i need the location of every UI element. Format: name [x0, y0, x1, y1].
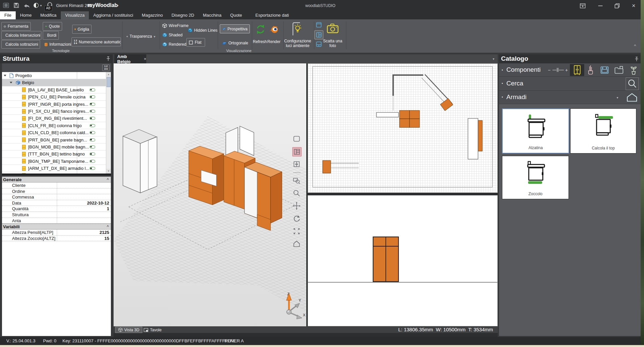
- griglia-button[interactable]: Griglia: [72, 25, 92, 34]
- tab-quote[interactable]: Quote: [226, 11, 246, 19]
- viewport-splitter-horizontal[interactable]: [308, 193, 498, 195]
- tree-item[interactable]: [PRT_INGR_BE] porta ingres...: [2, 101, 106, 108]
- tab-list-dropdown-icon[interactable]: ▾: [493, 57, 494, 61]
- tab-tavole[interactable]: Tavole: [141, 327, 164, 333]
- tab-macchina[interactable]: Macchina: [198, 11, 226, 19]
- filter-hardware-button[interactable]: [587, 65, 595, 75]
- calcola-intersezioni-button[interactable]: Calcola Intersezioni: [1, 31, 41, 40]
- close-button[interactable]: ×: [629, 1, 639, 10]
- visibility-toggle[interactable]: [90, 174, 95, 175]
- tree-item[interactable]: [ARM_LTT_DX_BE] armadio l...: [2, 165, 106, 172]
- axis-gizmo[interactable]: Z Y X: [282, 291, 308, 321]
- restore-button[interactable]: [612, 1, 622, 10]
- tree-item-progetto[interactable]: Progetto: [2, 72, 106, 79]
- visibility-toggle[interactable]: [90, 124, 95, 127]
- ribbon-display-options-button[interactable]: [578, 1, 588, 10]
- tab-home[interactable]: Home: [16, 11, 36, 19]
- quote-button[interactable]: Quote: [43, 22, 62, 31]
- app-dropdown-icon[interactable]: ▾: [117, 4, 119, 7]
- filter-appliances-button[interactable]: [600, 66, 609, 74]
- pin-icon[interactable]: [106, 56, 110, 61]
- section-componenti[interactable]: ▪ Componenti − +: [499, 63, 641, 77]
- property-value[interactable]: 2125: [57, 230, 109, 235]
- zoom-in-icon[interactable]: +: [565, 68, 568, 72]
- flat-button[interactable]: Flat: [186, 38, 205, 47]
- tab-file[interactable]: File: [0, 11, 16, 19]
- zoom-out-icon[interactable]: −: [548, 68, 550, 72]
- scroll-up-icon[interactable]: ▲: [106, 72, 111, 77]
- tree-item-belgio[interactable]: Belgio: [2, 79, 106, 86]
- visibility-toggle[interactable]: [90, 152, 95, 155]
- tab-esportazione-dati[interactable]: Esportazione dati: [251, 11, 293, 19]
- layout-single-button[interactable]: [316, 22, 322, 28]
- visibility-toggle[interactable]: [90, 145, 95, 148]
- viewport-3d[interactable]: [114, 63, 306, 326]
- close-icon[interactable]: ×: [144, 56, 146, 61]
- tab-vista-3d[interactable]: Vista 3D: [115, 327, 142, 333]
- filter-groups-button[interactable]: [614, 66, 624, 74]
- render-button[interactable]: [268, 24, 279, 35]
- document-tab[interactable]: Amb Belgio ×: [114, 54, 146, 63]
- bordi-button[interactable]: Bordi: [43, 31, 59, 40]
- section-armadi[interactable]: ▪ Armadi ▾: [499, 91, 641, 104]
- section-cerca[interactable]: ▪ Cerca: [499, 77, 641, 91]
- visibility-toggle[interactable]: [90, 110, 95, 113]
- chevron-down-icon[interactable]: [10, 82, 12, 83]
- rotate-tool[interactable]: [292, 214, 302, 224]
- section-header-variabili[interactable]: Variabili^: [2, 224, 111, 230]
- trasparenza-button[interactable]: Trasparenza ▾: [124, 32, 158, 41]
- shaded-button[interactable]: Shaded: [162, 33, 182, 37]
- contrast-dropdown-icon[interactable]: ▾: [40, 4, 42, 7]
- scatta-foto-button[interactable]: [327, 23, 339, 33]
- tab-modifica[interactable]: Modifica: [36, 11, 61, 19]
- scrollbar-thumb[interactable]: [107, 77, 111, 87]
- tree-item[interactable]: [TTT_BGN_BE] tettino bagno: [2, 150, 106, 157]
- filter-cabinets-button[interactable]: [570, 64, 584, 76]
- tab-visualizza[interactable]: Visualizza: [61, 11, 89, 19]
- tab-magazzino[interactable]: Magazzino: [138, 11, 167, 19]
- informazioni-button[interactable]: Informazioni: [42, 40, 73, 49]
- numerazione-automatica-button[interactable]: 1 23 4 Numerazione automatica: [71, 37, 121, 46]
- tree-item[interactable]: [ARM_LTT_BE] armadio letto: [2, 172, 106, 175]
- layout-horizontal-button[interactable]: [316, 41, 322, 47]
- cabinet-view-tool[interactable]: [292, 160, 302, 169]
- tree-scrollbar[interactable]: ▲ ▼: [106, 72, 111, 174]
- save-icon[interactable]: [13, 2, 19, 8]
- visibility-toggle[interactable]: [90, 88, 95, 91]
- property-value[interactable]: 15: [57, 236, 109, 241]
- ortogonale-button[interactable]: Ortogonale: [220, 39, 251, 47]
- tree-item[interactable]: [BGN_MOB_BE] mobile bagn...: [2, 143, 106, 150]
- pin-icon[interactable]: [635, 57, 639, 62]
- property-value[interactable]: 2022-10-12: [57, 200, 109, 206]
- armadi-dropdown-icon[interactable]: ▾: [617, 96, 618, 99]
- visibility-toggle[interactable]: [90, 95, 95, 98]
- visibility-toggle[interactable]: [90, 131, 95, 134]
- section-header-generale[interactable]: Generale^: [2, 177, 111, 183]
- pan-tool[interactable]: [292, 202, 302, 211]
- hidden-lines-button[interactable]: Hidden Lines: [188, 28, 217, 33]
- collapse-icon[interactable]: ^: [107, 177, 109, 183]
- marquee-select-tool[interactable]: [292, 134, 302, 144]
- home-category-button[interactable]: [626, 93, 638, 102]
- rendered-button[interactable]: Rendered: [162, 42, 186, 47]
- contrast-icon[interactable]: [33, 3, 39, 8]
- catalog-item-alzatina[interactable]: Alzatina: [502, 108, 569, 153]
- visibility-toggle[interactable]: [90, 160, 95, 163]
- size-slider-handle[interactable]: [556, 68, 559, 72]
- tree-item[interactable]: [CLN_FR_BE] colonna frigo: [2, 122, 106, 129]
- wireframe-button[interactable]: WireFrame: [162, 23, 188, 28]
- prospettiva-button[interactable]: Prospettiva: [220, 24, 250, 33]
- search-button[interactable]: [626, 77, 639, 90]
- tree-item[interactable]: [FI_DX_ING_BE] rivestiment...: [2, 115, 106, 122]
- tree-item[interactable]: [FI_SX_CU_BE] fianco ingres...: [2, 108, 106, 115]
- refresh-button[interactable]: [255, 24, 266, 35]
- tree-item[interactable]: [BA_LAV_BE] BASE_Lavello: [2, 86, 106, 93]
- tab-disegno-2d[interactable]: Disegno 2D: [167, 11, 198, 19]
- tree-item[interactable]: [PRT_BGN_BE] parete bagn...: [2, 136, 106, 143]
- undo-icon[interactable]: [23, 3, 30, 8]
- calcola-sottrazioni-button[interactable]: Calcola sottrazioni: [1, 40, 40, 49]
- tree-item[interactable]: [CLN_CLD_BE] collonna cald...: [2, 129, 106, 136]
- visibility-toggle[interactable]: [90, 167, 95, 170]
- filter-decor-button[interactable]: [629, 65, 638, 75]
- viewport-plan[interactable]: [308, 63, 498, 193]
